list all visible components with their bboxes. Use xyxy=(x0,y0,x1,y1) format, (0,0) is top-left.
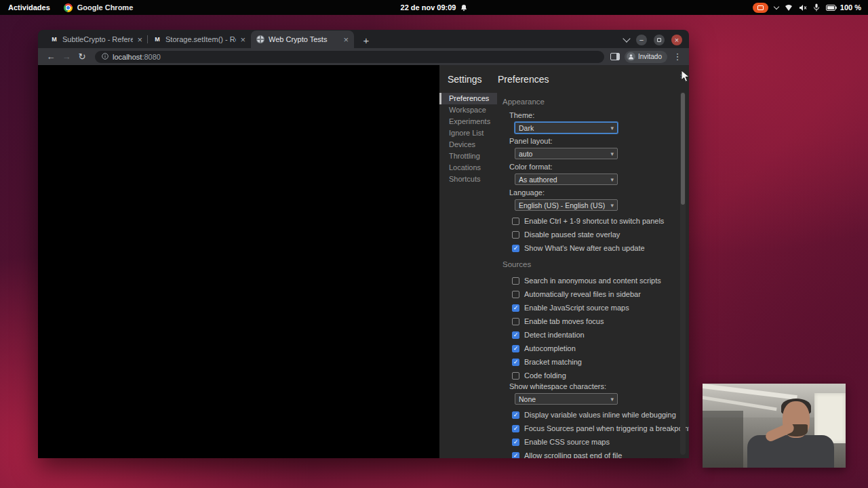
setting-autocompletion[interactable]: Autocompletion xyxy=(512,342,673,355)
checkbox-label: Disable paused state overlay xyxy=(524,230,620,239)
checkbox-enable-css-source-maps[interactable] xyxy=(512,439,519,446)
tab-close-icon[interactable]: × xyxy=(137,35,142,44)
volume-muted-icon xyxy=(799,4,807,12)
setting-enable-javascript-source-maps[interactable]: Enable JavaScript source maps xyxy=(512,301,673,314)
settings-tab-ignore-list[interactable]: Ignore List xyxy=(439,127,497,139)
select-color-format[interactable]: As authored▾ xyxy=(515,174,618,185)
profile-button[interactable]: Invitado xyxy=(625,51,667,63)
settings-tab-locations[interactable]: Locations xyxy=(439,162,497,174)
select-show-whitespace-characters[interactable]: None▾ xyxy=(515,393,618,405)
tab-close-icon[interactable]: × xyxy=(343,35,349,44)
setting-enable-tab-moves-focus[interactable]: Enable tab moves focus xyxy=(512,314,673,328)
setting-language: Language:English (US) - English (US)▾ xyxy=(509,188,673,211)
setting-automatically-reveal-files-in-sidebar[interactable]: Automatically reveal files in sidebar xyxy=(512,287,673,301)
site-info-icon[interactable] xyxy=(102,53,108,61)
battery-icon xyxy=(826,5,837,11)
tab-search-chevron-icon[interactable] xyxy=(623,35,630,42)
select-value: None xyxy=(519,395,536,403)
setting-focus-sources-panel-when-triggering-a-breakpoint[interactable]: Focus Sources panel when triggering a br… xyxy=(512,422,673,435)
chevron-down-icon: ▾ xyxy=(610,125,614,131)
select-value: auto xyxy=(519,150,532,158)
browser-tab-subtlecrypto-referenci[interactable]: SubtleCrypto - Referenci× xyxy=(45,30,148,48)
mouse-cursor xyxy=(681,70,692,86)
checkbox-label: Focus Sources panel when triggering a br… xyxy=(524,424,689,432)
settings-tab-preferences[interactable]: Preferences xyxy=(439,93,497,104)
system-status-area[interactable]: 100 % xyxy=(753,3,868,13)
checkbox-show-what-s-new-after-each-update[interactable] xyxy=(512,245,519,252)
address-bar[interactable]: localhost:8080 xyxy=(95,51,604,63)
select-language[interactable]: English (US) - English (US)▾ xyxy=(515,199,618,211)
checkbox-label: Detect indentation xyxy=(524,331,585,339)
settings-tab-workspace[interactable]: Workspace xyxy=(439,104,497,116)
setting-disable-paused-state-overlay[interactable]: Disable paused state overlay xyxy=(512,228,673,241)
close-window-button[interactable]: × xyxy=(671,35,682,45)
checkbox-autocompletion[interactable] xyxy=(512,345,519,352)
settings-tab-shortcuts[interactable]: Shortcuts xyxy=(439,174,497,185)
checkbox-allow-scrolling-past-end-of-file[interactable] xyxy=(512,452,519,459)
setting-enable-ctrl-1-9-shortcut-to-switch-panels[interactable]: Enable Ctrl + 1-9 shortcut to switch pan… xyxy=(512,214,673,228)
tab-strip: SubtleCrypto - Referenci×Storage.setItem… xyxy=(38,30,689,48)
maximize-button[interactable] xyxy=(654,35,665,45)
setting-enable-css-source-maps[interactable]: Enable CSS source maps xyxy=(512,435,673,449)
select-value: English (US) - English (US) xyxy=(519,201,605,209)
checkbox-label: Display variable values inline while deb… xyxy=(524,411,676,419)
focused-app-indicator[interactable]: Google Chrome xyxy=(64,3,134,12)
settings-tab-throttling[interactable]: Throttling xyxy=(439,150,497,162)
setting-detect-indentation[interactable]: Detect indentation xyxy=(512,328,673,342)
webcam-person-body xyxy=(747,435,834,468)
maximize-icon xyxy=(657,38,661,42)
notification-bell-icon xyxy=(460,4,467,12)
select-theme[interactable]: Dark▾ xyxy=(515,122,618,134)
settings-tab-experiments[interactable]: Experiments xyxy=(439,116,497,127)
gnome-topbar: Actividades Google Chrome 22 de nov 09:0… xyxy=(0,0,868,15)
browser-menu-button[interactable]: ⋮ xyxy=(672,52,683,62)
chevron-down-icon: ▾ xyxy=(610,176,614,183)
back-button[interactable]: ← xyxy=(44,50,58,64)
setting-allow-scrolling-past-end-of-file[interactable]: Allow scrolling past end of file xyxy=(512,449,673,458)
web-page[interactable] xyxy=(38,65,439,458)
setting-code-folding[interactable]: Code folding xyxy=(512,369,673,382)
select-panel-layout[interactable]: auto▾ xyxy=(515,148,618,159)
mdn-docs-icon xyxy=(153,35,161,43)
checkbox-code-folding[interactable] xyxy=(512,372,519,380)
checkbox-focus-sources-panel-when-triggering-a-breakpoint[interactable] xyxy=(512,425,519,432)
activities-button[interactable]: Actividades xyxy=(8,3,50,12)
checkbox-search-in-anonymous-and-content-scripts[interactable] xyxy=(512,277,519,285)
setting-display-variable-values-inline-while-debugging[interactable]: Display variable values inline while deb… xyxy=(512,408,673,422)
avatar xyxy=(627,52,635,61)
chrome-window: SubtleCrypto - Referenci×Storage.setItem… xyxy=(38,30,689,458)
browser-tab-web-crypto-tests[interactable]: Web Crypto Tests× xyxy=(251,30,354,48)
url-host: localhost xyxy=(113,53,142,61)
setting-search-in-anonymous-and-content-scripts[interactable]: Search in anonymous and content scripts xyxy=(512,274,673,287)
tab-close-icon[interactable]: × xyxy=(240,35,245,44)
checkbox-disable-paused-state-overlay[interactable] xyxy=(512,231,519,239)
reload-button[interactable]: ↻ xyxy=(75,50,89,64)
checkbox-automatically-reveal-files-in-sidebar[interactable] xyxy=(512,291,519,298)
side-panel-icon[interactable] xyxy=(610,53,620,60)
checkbox-bracket-matching[interactable] xyxy=(512,359,519,366)
microphone-icon xyxy=(813,3,820,12)
chevron-down-icon xyxy=(774,3,779,9)
select-value: As authored xyxy=(519,176,557,184)
globe-icon xyxy=(256,35,264,43)
setting-bracket-matching[interactable]: Bracket matching xyxy=(512,355,673,369)
browser-tab-storage-setitem-refer[interactable]: Storage.setItem() - Refer× xyxy=(148,30,251,48)
clock[interactable]: 22 de nov 09:09 xyxy=(401,3,468,12)
chevron-down-icon: ▾ xyxy=(610,202,614,209)
checkbox-display-variable-values-inline-while-debugging[interactable] xyxy=(512,411,519,419)
settings-tab-devices[interactable]: Devices xyxy=(439,139,497,150)
checkbox-enable-ctrl-1-9-shortcut-to-switch-panels[interactable] xyxy=(512,218,519,225)
checkbox-enable-tab-moves-focus[interactable] xyxy=(512,318,519,325)
screen-share-indicator[interactable] xyxy=(753,3,768,13)
devtools-scrollbar-thumb[interactable] xyxy=(681,93,685,205)
minimize-button[interactable]: − xyxy=(636,35,647,45)
checkbox-detect-indentation[interactable] xyxy=(512,331,519,339)
checkbox-enable-javascript-source-maps[interactable] xyxy=(512,304,519,312)
checkbox-label: Bracket matching xyxy=(524,358,582,366)
devtools-scrollbar[interactable] xyxy=(680,92,686,455)
webcam-overlay xyxy=(703,384,846,468)
browser-content: Settings Preferences PreferencesWorkspac… xyxy=(38,65,689,458)
forward-button[interactable]: → xyxy=(60,50,73,64)
new-tab-button[interactable]: + xyxy=(358,32,374,48)
setting-show-what-s-new-after-each-update[interactable]: Show What's New after each update xyxy=(512,241,673,255)
